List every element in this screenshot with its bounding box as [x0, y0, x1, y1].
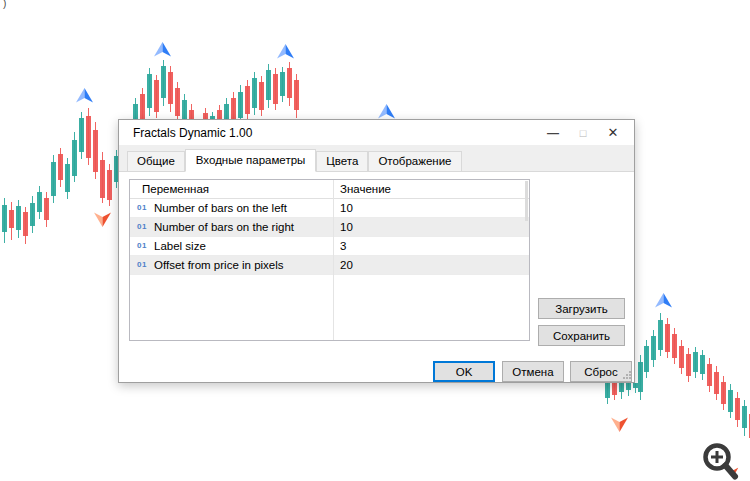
candle-body — [280, 72, 285, 96]
param-name: Offset from price in pixels — [130, 256, 333, 274]
scrollbar-thumb[interactable] — [525, 181, 528, 221]
candle-body — [2, 205, 7, 232]
fractal-up-arrow-icon — [655, 293, 672, 308]
table-row[interactable]: 01Number of bars on the left10 — [130, 199, 529, 218]
tab-colors[interactable]: Цвета — [316, 151, 368, 171]
candle-body — [273, 74, 278, 104]
candle-body — [619, 383, 624, 392]
fractal-down-arrow-icon — [94, 212, 111, 227]
candle-body — [147, 74, 152, 108]
candle-body — [51, 162, 56, 196]
candle-body — [37, 192, 42, 212]
fractal-up-arrow-icon — [154, 42, 171, 57]
candle-body — [231, 98, 236, 119]
tab-strip: Общие Входные параметры Цвета Отображени… — [119, 145, 634, 172]
column-separator — [333, 180, 334, 340]
candle-body — [638, 362, 643, 392]
table-row[interactable]: 01Offset from price in pixels20 — [130, 256, 529, 275]
candle-body — [79, 118, 84, 152]
parameters-table: Переменная Значение 01Number of bars on … — [129, 179, 530, 341]
candle-body — [107, 170, 112, 200]
candle-body — [23, 212, 28, 236]
candle-body — [16, 206, 21, 230]
param-name: Number of bars on the right — [130, 218, 333, 236]
candle-body — [100, 160, 105, 198]
candle-body — [224, 104, 229, 119]
candle-body — [626, 383, 631, 390]
candle-body — [72, 140, 77, 176]
tab-inputs[interactable]: Входные параметры — [185, 149, 317, 172]
candle-body — [217, 110, 222, 119]
candle-body — [266, 70, 271, 100]
candle-body — [728, 390, 733, 412]
candle-body — [154, 80, 159, 112]
load-button[interactable]: Загрузить — [538, 298, 625, 319]
indicator-properties-dialog: Fractals Dynamic 1.00 — □ ✕ Общие Входны… — [118, 119, 635, 383]
param-value[interactable]: 3 — [333, 237, 529, 255]
candle-body — [700, 355, 705, 374]
candle-body — [44, 198, 49, 220]
maximize-button[interactable]: □ — [568, 127, 598, 139]
candle-body — [175, 88, 180, 116]
param-value[interactable]: 10 — [333, 199, 529, 217]
param-value[interactable]: 10 — [333, 218, 529, 236]
candle-body — [182, 100, 187, 119]
candle-body — [665, 324, 670, 352]
tab-general[interactable]: Общие — [127, 151, 185, 171]
candle-body — [651, 336, 656, 360]
param-name: Number of bars on the left — [130, 199, 333, 217]
table-header: Переменная Значение — [130, 180, 529, 199]
window-controls: — □ ✕ — [538, 120, 628, 145]
candle-body — [65, 164, 70, 192]
candle-body — [658, 320, 663, 350]
candle-body — [93, 130, 98, 172]
candle-body — [245, 86, 250, 114]
table-row[interactable]: 01Label size3 — [130, 237, 529, 256]
param-value[interactable]: 20 — [333, 256, 529, 274]
candle-body — [161, 66, 166, 98]
candle-body — [238, 92, 243, 118]
column-header-value: Значение — [333, 180, 529, 198]
candle-body — [9, 210, 14, 228]
fractal-up-arrow-icon — [76, 88, 93, 103]
candle-body — [168, 72, 173, 104]
fractal-up-arrow-icon — [277, 44, 294, 59]
candle-body — [189, 110, 194, 119]
candle-body — [612, 383, 617, 395]
close-button[interactable]: ✕ — [598, 125, 628, 140]
candle-body — [707, 364, 712, 386]
fractal-down-arrow-icon — [611, 417, 628, 432]
screenshot-root: ) Fractals Dynamic 1.00 — □ ✕ Общие Вход… — [0, 0, 750, 481]
dialog-title: Fractals Dynamic 1.00 — [133, 126, 252, 140]
candle-body — [133, 104, 138, 119]
minimize-button[interactable]: — — [538, 126, 568, 140]
candle-body — [679, 346, 684, 368]
candle-body — [30, 203, 35, 226]
candle-body — [259, 82, 264, 110]
candle-body — [287, 68, 292, 98]
candle-body — [714, 372, 719, 394]
zoom-in-cursor-icon — [700, 440, 744, 481]
dialog-titlebar[interactable]: Fractals Dynamic 1.00 — □ ✕ — [119, 120, 634, 145]
candle-body — [672, 334, 677, 358]
save-button[interactable]: Сохранить — [538, 325, 625, 346]
resize-grip[interactable] — [622, 370, 632, 380]
candle-body — [644, 346, 649, 372]
tab-visualization[interactable]: Отображение — [368, 151, 461, 171]
table-row[interactable]: 01Number of bars on the right10 — [130, 218, 529, 237]
candle-body — [294, 80, 299, 110]
candle-body — [693, 352, 698, 372]
candle-body — [686, 354, 691, 376]
candle-body — [721, 382, 726, 404]
candle-body — [742, 406, 747, 428]
fractal-up-arrow-icon — [378, 104, 395, 119]
column-header-variable: Переменная — [130, 180, 333, 198]
cancel-button[interactable]: Отмена — [502, 361, 564, 382]
param-name: Label size — [130, 237, 333, 255]
candle-body — [140, 94, 145, 119]
candle-body — [58, 154, 63, 180]
candle-body — [735, 398, 740, 420]
candle-body — [252, 78, 257, 108]
ok-button[interactable]: OK — [433, 361, 495, 382]
candle-body — [86, 116, 91, 158]
